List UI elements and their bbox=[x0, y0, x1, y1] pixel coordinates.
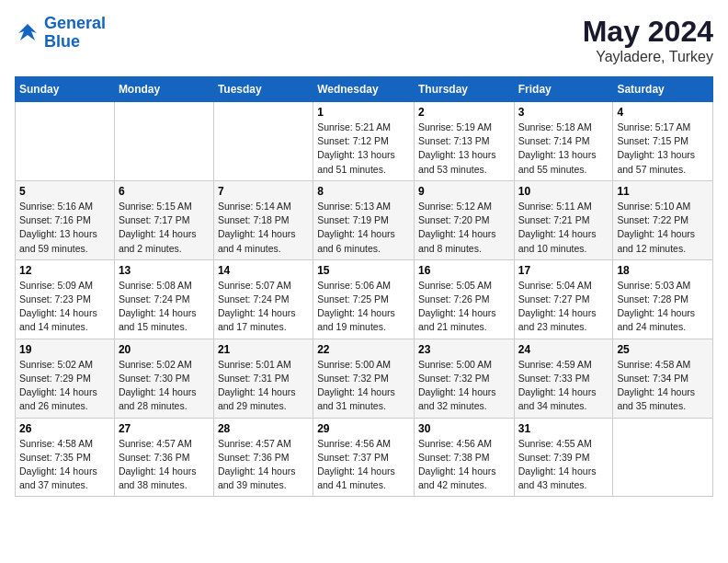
calendar-body: 1Sunrise: 5:21 AM Sunset: 7:12 PM Daylig… bbox=[16, 102, 713, 497]
day-info: Sunrise: 5:02 AM Sunset: 7:29 PM Dayligh… bbox=[19, 358, 110, 414]
day-info: Sunrise: 5:14 AM Sunset: 7:18 PM Dayligh… bbox=[218, 200, 309, 256]
day-number: 19 bbox=[19, 343, 110, 356]
day-number: 3 bbox=[518, 106, 609, 119]
header-thursday: Thursday bbox=[414, 77, 514, 102]
calendar-cell: 2Sunrise: 5:19 AM Sunset: 7:13 PM Daylig… bbox=[414, 102, 514, 181]
logo-line2: Blue bbox=[44, 32, 80, 51]
day-number: 20 bbox=[119, 343, 210, 356]
day-number: 4 bbox=[617, 106, 709, 119]
logo-icon bbox=[15, 20, 40, 46]
calendar-cell bbox=[114, 102, 213, 181]
header-tuesday: Tuesday bbox=[213, 77, 313, 102]
logo-text: General Blue bbox=[44, 15, 106, 52]
calendar-cell: 29Sunrise: 4:56 AM Sunset: 7:37 PM Dayli… bbox=[313, 418, 415, 497]
calendar-cell: 5Sunrise: 5:16 AM Sunset: 7:16 PM Daylig… bbox=[16, 180, 115, 259]
calendar-cell: 30Sunrise: 4:56 AM Sunset: 7:38 PM Dayli… bbox=[414, 418, 514, 497]
day-number: 2 bbox=[418, 106, 510, 119]
day-number: 10 bbox=[518, 185, 609, 198]
calendar-cell: 28Sunrise: 4:57 AM Sunset: 7:36 PM Dayli… bbox=[213, 418, 313, 497]
day-info: Sunrise: 5:16 AM Sunset: 7:16 PM Dayligh… bbox=[19, 200, 110, 256]
day-info: Sunrise: 5:19 AM Sunset: 7:13 PM Dayligh… bbox=[418, 121, 510, 177]
calendar-cell: 15Sunrise: 5:06 AM Sunset: 7:25 PM Dayli… bbox=[313, 259, 415, 339]
header-friday: Friday bbox=[514, 77, 613, 102]
calendar-cell: 10Sunrise: 5:11 AM Sunset: 7:21 PM Dayli… bbox=[514, 180, 613, 259]
day-info: Sunrise: 5:06 AM Sunset: 7:25 PM Dayligh… bbox=[317, 279, 410, 335]
week-row-4: 19Sunrise: 5:02 AM Sunset: 7:29 PM Dayli… bbox=[16, 339, 713, 418]
header-sunday: Sunday bbox=[16, 77, 115, 102]
calendar-cell: 20Sunrise: 5:02 AM Sunset: 7:30 PM Dayli… bbox=[114, 339, 213, 418]
day-info: Sunrise: 5:07 AM Sunset: 7:24 PM Dayligh… bbox=[218, 279, 309, 335]
calendar-cell: 13Sunrise: 5:08 AM Sunset: 7:24 PM Dayli… bbox=[114, 259, 213, 339]
week-row-2: 5Sunrise: 5:16 AM Sunset: 7:16 PM Daylig… bbox=[16, 180, 713, 259]
day-info: Sunrise: 4:57 AM Sunset: 7:36 PM Dayligh… bbox=[119, 437, 210, 493]
calendar-cell: 18Sunrise: 5:03 AM Sunset: 7:28 PM Dayli… bbox=[613, 259, 713, 339]
day-number: 13 bbox=[119, 264, 210, 277]
day-number: 12 bbox=[19, 264, 110, 277]
day-info: Sunrise: 5:09 AM Sunset: 7:23 PM Dayligh… bbox=[19, 279, 110, 335]
day-number: 6 bbox=[119, 185, 210, 198]
day-number: 28 bbox=[218, 422, 309, 435]
day-info: Sunrise: 5:08 AM Sunset: 7:24 PM Dayligh… bbox=[119, 279, 210, 335]
calendar-cell: 26Sunrise: 4:58 AM Sunset: 7:35 PM Dayli… bbox=[16, 418, 115, 497]
day-info: Sunrise: 4:55 AM Sunset: 7:39 PM Dayligh… bbox=[518, 437, 609, 493]
day-info: Sunrise: 4:58 AM Sunset: 7:34 PM Dayligh… bbox=[617, 358, 709, 414]
calendar-cell: 11Sunrise: 5:10 AM Sunset: 7:22 PM Dayli… bbox=[613, 180, 713, 259]
day-info: Sunrise: 4:57 AM Sunset: 7:36 PM Dayligh… bbox=[218, 437, 309, 493]
calendar-cell: 16Sunrise: 5:05 AM Sunset: 7:26 PM Dayli… bbox=[414, 259, 514, 339]
calendar-cell: 9Sunrise: 5:12 AM Sunset: 7:20 PM Daylig… bbox=[414, 180, 514, 259]
location-title: Yayladere, Turkey bbox=[583, 49, 713, 65]
title-area: May 2024 Yayladere, Turkey bbox=[583, 15, 713, 65]
header-wednesday: Wednesday bbox=[313, 77, 415, 102]
day-info: Sunrise: 5:10 AM Sunset: 7:22 PM Dayligh… bbox=[617, 200, 709, 256]
week-row-3: 12Sunrise: 5:09 AM Sunset: 7:23 PM Dayli… bbox=[16, 259, 713, 339]
calendar-cell: 3Sunrise: 5:18 AM Sunset: 7:14 PM Daylig… bbox=[514, 102, 613, 181]
day-number: 11 bbox=[617, 185, 709, 198]
calendar-cell: 27Sunrise: 4:57 AM Sunset: 7:36 PM Dayli… bbox=[114, 418, 213, 497]
day-number: 27 bbox=[119, 422, 210, 435]
day-info: Sunrise: 4:56 AM Sunset: 7:37 PM Dayligh… bbox=[317, 437, 410, 493]
day-info: Sunrise: 4:56 AM Sunset: 7:38 PM Dayligh… bbox=[418, 437, 510, 493]
week-row-1: 1Sunrise: 5:21 AM Sunset: 7:12 PM Daylig… bbox=[16, 102, 713, 181]
calendar-cell: 24Sunrise: 4:59 AM Sunset: 7:33 PM Dayli… bbox=[514, 339, 613, 418]
day-number: 29 bbox=[317, 422, 410, 435]
month-title: May 2024 bbox=[583, 15, 713, 49]
day-number: 1 bbox=[317, 106, 410, 119]
day-info: Sunrise: 5:02 AM Sunset: 7:30 PM Dayligh… bbox=[119, 358, 210, 414]
day-number: 9 bbox=[418, 185, 510, 198]
day-info: Sunrise: 5:12 AM Sunset: 7:20 PM Dayligh… bbox=[418, 200, 510, 256]
day-info: Sunrise: 4:59 AM Sunset: 7:33 PM Dayligh… bbox=[518, 358, 609, 414]
day-number: 17 bbox=[518, 264, 609, 277]
day-number: 24 bbox=[518, 343, 609, 356]
calendar-cell: 31Sunrise: 4:55 AM Sunset: 7:39 PM Dayli… bbox=[514, 418, 613, 497]
day-info: Sunrise: 5:04 AM Sunset: 7:27 PM Dayligh… bbox=[518, 279, 609, 335]
calendar-cell: 4Sunrise: 5:17 AM Sunset: 7:15 PM Daylig… bbox=[613, 102, 713, 181]
day-info: Sunrise: 5:15 AM Sunset: 7:17 PM Dayligh… bbox=[119, 200, 210, 256]
calendar-cell: 8Sunrise: 5:13 AM Sunset: 7:19 PM Daylig… bbox=[313, 180, 415, 259]
day-info: Sunrise: 5:11 AM Sunset: 7:21 PM Dayligh… bbox=[518, 200, 609, 256]
day-number: 14 bbox=[218, 264, 309, 277]
day-info: Sunrise: 5:18 AM Sunset: 7:14 PM Dayligh… bbox=[518, 121, 609, 177]
day-number: 22 bbox=[317, 343, 410, 356]
day-info: Sunrise: 5:05 AM Sunset: 7:26 PM Dayligh… bbox=[418, 279, 510, 335]
day-info: Sunrise: 5:13 AM Sunset: 7:19 PM Dayligh… bbox=[317, 200, 410, 256]
calendar-cell: 23Sunrise: 5:00 AM Sunset: 7:32 PM Dayli… bbox=[414, 339, 514, 418]
day-number: 7 bbox=[218, 185, 309, 198]
svg-marker-0 bbox=[18, 24, 37, 40]
day-number: 5 bbox=[19, 185, 110, 198]
day-number: 23 bbox=[418, 343, 510, 356]
day-number: 25 bbox=[617, 343, 709, 356]
calendar-cell: 6Sunrise: 5:15 AM Sunset: 7:17 PM Daylig… bbox=[114, 180, 213, 259]
day-info: Sunrise: 5:01 AM Sunset: 7:31 PM Dayligh… bbox=[218, 358, 309, 414]
day-info: Sunrise: 5:00 AM Sunset: 7:32 PM Dayligh… bbox=[418, 358, 510, 414]
header-saturday: Saturday bbox=[613, 77, 713, 102]
day-number: 21 bbox=[218, 343, 309, 356]
calendar-cell: 21Sunrise: 5:01 AM Sunset: 7:31 PM Dayli… bbox=[213, 339, 313, 418]
day-number: 18 bbox=[617, 264, 709, 277]
day-info: Sunrise: 4:58 AM Sunset: 7:35 PM Dayligh… bbox=[19, 437, 110, 493]
calendar-cell: 22Sunrise: 5:00 AM Sunset: 7:32 PM Dayli… bbox=[313, 339, 415, 418]
logo: General Blue bbox=[15, 15, 106, 52]
calendar-header: SundayMondayTuesdayWednesdayThursdayFrid… bbox=[16, 77, 713, 102]
calendar-cell: 12Sunrise: 5:09 AM Sunset: 7:23 PM Dayli… bbox=[16, 259, 115, 339]
day-number: 15 bbox=[317, 264, 410, 277]
day-info: Sunrise: 5:00 AM Sunset: 7:32 PM Dayligh… bbox=[317, 358, 410, 414]
